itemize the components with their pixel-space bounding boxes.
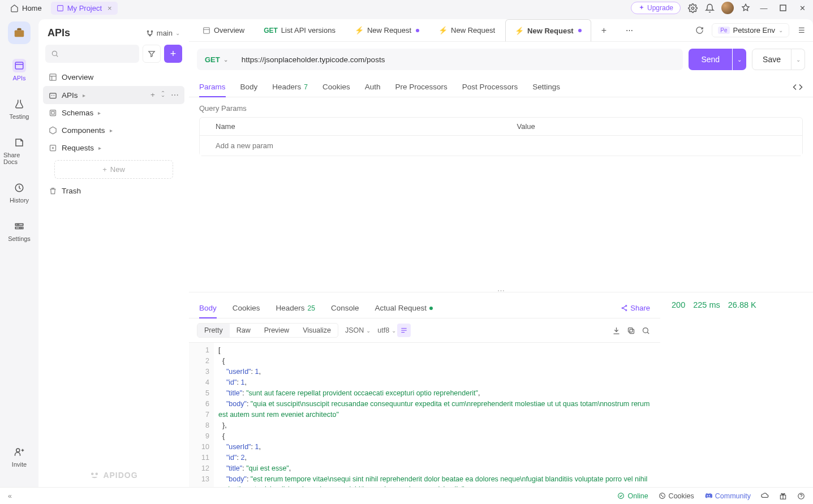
sort-icon[interactable] [160, 91, 166, 97]
rail-testing[interactable]: Testing [6, 94, 33, 123]
send-dropdown[interactable]: ⌄ [733, 49, 746, 70]
req-tab-pre[interactable]: Pre Processors [395, 77, 448, 97]
minimize-button[interactable]: — [758, 2, 770, 14]
req-tab-params[interactable]: Params [199, 77, 226, 97]
tree-apis[interactable]: APIs ▸ + ⋯ [43, 86, 184, 104]
req-tab-cookies[interactable]: Cookies [322, 77, 350, 97]
resp-tab-console[interactable]: Console [331, 298, 359, 318]
tab-overview[interactable]: Overview [193, 19, 253, 41]
tree-requests[interactable]: Requests ▸ [43, 139, 184, 157]
search-input[interactable] [45, 45, 139, 63]
resp-tab-actual[interactable]: Actual Request [375, 298, 433, 318]
status-cookies[interactable]: Cookies [659, 492, 694, 500]
add-item-icon[interactable]: + [150, 91, 155, 100]
send-button[interactable]: Send [689, 49, 732, 70]
req-tab-body[interactable]: Body [240, 77, 258, 97]
tab-add[interactable]: + [592, 19, 616, 41]
encoding-select[interactable]: utf8⌄ [377, 326, 396, 334]
req-tab-headers[interactable]: Headers7 [272, 77, 308, 97]
menu-icon[interactable]: ☰ [795, 24, 808, 37]
cloud-icon [761, 492, 769, 500]
help-icon [797, 492, 805, 500]
settings-icon[interactable] [687, 3, 698, 13]
home-button[interactable]: Home [5, 2, 48, 15]
view-raw[interactable]: Raw [230, 324, 257, 337]
rail-invite[interactable]: Invite [8, 442, 30, 471]
brand-icon [89, 470, 100, 480]
tab-list-api[interactable]: GET List API versions [255, 19, 345, 41]
svg-rect-22 [51, 111, 54, 114]
view-visualize[interactable]: Visualize [296, 324, 338, 337]
collapse-sidebar-icon[interactable]: « [8, 492, 12, 500]
tab-new-request-active[interactable]: ⚡ New Request [505, 19, 591, 41]
status-online[interactable]: Online [617, 492, 648, 500]
close-button[interactable]: ✕ [796, 2, 808, 14]
tree-trash[interactable]: Trash [43, 182, 184, 200]
svg-point-1 [691, 7, 694, 9]
upgrade-button[interactable]: Upgrade [631, 2, 681, 14]
param-name-input[interactable] [200, 136, 501, 156]
svg-point-9 [17, 224, 19, 226]
requests-icon [49, 144, 57, 152]
code-icon[interactable] [793, 82, 803, 92]
view-pretty[interactable]: Pretty [197, 324, 230, 337]
rail-history[interactable]: History [6, 178, 32, 207]
search-response-icon[interactable] [639, 324, 652, 337]
response-toolbar: Pretty Raw Preview Visualize JSON⌄ utf8⌄ [189, 318, 660, 343]
resp-tab-cookies[interactable]: Cookies [233, 298, 260, 318]
tree-overview[interactable]: Overview [43, 68, 184, 86]
resp-tab-headers[interactable]: Headers25 [276, 298, 315, 318]
format-select[interactable]: JSON⌄ [345, 326, 371, 334]
bell-icon[interactable] [704, 3, 715, 13]
param-value-input[interactable] [501, 136, 803, 156]
status-community[interactable]: Community [704, 492, 751, 500]
status-cloud[interactable] [761, 492, 769, 500]
svg-point-28 [626, 305, 627, 307]
close-tab-icon[interactable]: × [107, 4, 112, 12]
status-gift[interactable] [779, 492, 787, 500]
tree-new-button[interactable]: +New [54, 160, 173, 179]
svg-rect-3 [15, 30, 24, 37]
share-button[interactable]: Share [621, 304, 650, 312]
pin-icon[interactable] [741, 3, 751, 13]
req-tab-post[interactable]: Post Processors [462, 77, 518, 97]
filter-button[interactable] [143, 45, 161, 63]
workspace-logo[interactable] [8, 21, 31, 44]
branch-selector[interactable]: main ⌄ [146, 29, 180, 37]
col-value: Value [501, 118, 803, 135]
save-dropdown[interactable]: ⌄ [792, 49, 805, 70]
req-tab-auth[interactable]: Auth [365, 77, 381, 97]
params-area: Query Params Name Value [189, 97, 813, 210]
refresh-icon[interactable] [692, 24, 706, 37]
avatar[interactable] [721, 2, 734, 14]
response-body[interactable]: 1234567891011121314 [ { "userId": 1, "id… [189, 343, 660, 487]
rail-share-docs[interactable]: Share Docs [0, 132, 38, 169]
url-input[interactable] [236, 55, 683, 64]
rail-settings[interactable]: Settings [5, 216, 34, 245]
method-select[interactable]: GET ⌄ [197, 55, 236, 64]
tab-new-request-1[interactable]: ⚡ New Request [346, 19, 428, 41]
tab-more[interactable]: ⋯ [617, 19, 642, 41]
status-help[interactable] [797, 492, 805, 500]
env-selector[interactable]: Pe Petstore Env ⌄ [712, 23, 789, 37]
copy-icon[interactable] [624, 324, 638, 337]
svg-rect-20 [50, 93, 56, 98]
save-button[interactable]: Save [752, 49, 792, 70]
view-preview[interactable]: Preview [257, 324, 296, 337]
download-icon[interactable] [609, 324, 623, 337]
project-tab[interactable]: My Project × [51, 2, 118, 15]
wrap-icon[interactable] [397, 324, 411, 337]
svg-point-41 [659, 493, 665, 499]
resp-tab-body[interactable]: Body [199, 298, 217, 318]
project-icon [57, 5, 64, 12]
maximize-button[interactable] [777, 2, 789, 14]
more-icon[interactable]: ⋯ [171, 91, 179, 100]
rail-apis[interactable]: APIs [9, 55, 29, 85]
tab-new-request-2[interactable]: ⚡ New Request [429, 19, 504, 41]
req-tab-settings[interactable]: Settings [532, 77, 560, 97]
add-button[interactable]: + [164, 45, 182, 63]
request-tabs: Params Body Headers7 Cookies Auth Pre Pr… [189, 77, 813, 97]
status-dot [429, 307, 433, 310]
tree-components[interactable]: Components ▸ [43, 122, 184, 139]
tree-schemas[interactable]: Schemas ▸ [43, 104, 184, 122]
